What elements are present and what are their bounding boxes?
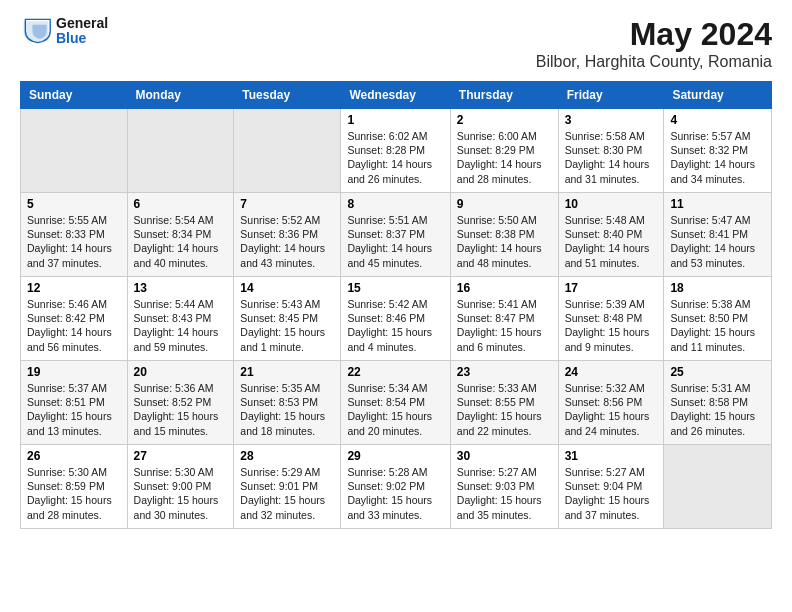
calendar-cell: 9Sunrise: 5:50 AMSunset: 8:38 PMDaylight… [450,193,558,277]
day-info: Sunrise: 5:29 AMSunset: 9:01 PMDaylight:… [240,465,334,522]
day-info: Sunrise: 5:37 AMSunset: 8:51 PMDaylight:… [27,381,121,438]
day-number: 14 [240,281,334,295]
calendar-cell: 30Sunrise: 5:27 AMSunset: 9:03 PMDayligh… [450,445,558,529]
day-info: Sunrise: 5:52 AMSunset: 8:36 PMDaylight:… [240,213,334,270]
day-number: 2 [457,113,552,127]
day-info: Sunrise: 5:46 AMSunset: 8:42 PMDaylight:… [27,297,121,354]
calendar-cell: 21Sunrise: 5:35 AMSunset: 8:53 PMDayligh… [234,361,341,445]
calendar-cell: 17Sunrise: 5:39 AMSunset: 8:48 PMDayligh… [558,277,664,361]
day-info: Sunrise: 6:02 AMSunset: 8:28 PMDaylight:… [347,129,443,186]
calendar-cell: 11Sunrise: 5:47 AMSunset: 8:41 PMDayligh… [664,193,772,277]
day-info: Sunrise: 5:38 AMSunset: 8:50 PMDaylight:… [670,297,765,354]
day-info: Sunrise: 5:33 AMSunset: 8:55 PMDaylight:… [457,381,552,438]
day-info: Sunrise: 5:48 AMSunset: 8:40 PMDaylight:… [565,213,658,270]
day-number: 12 [27,281,121,295]
day-number: 17 [565,281,658,295]
day-info: Sunrise: 6:00 AMSunset: 8:29 PMDaylight:… [457,129,552,186]
day-info: Sunrise: 5:30 AMSunset: 8:59 PMDaylight:… [27,465,121,522]
day-number: 18 [670,281,765,295]
main-title: May 2024 [536,16,772,53]
calendar-cell: 14Sunrise: 5:43 AMSunset: 8:45 PMDayligh… [234,277,341,361]
day-info: Sunrise: 5:27 AMSunset: 9:04 PMDaylight:… [565,465,658,522]
calendar-week-row: 12Sunrise: 5:46 AMSunset: 8:42 PMDayligh… [21,277,772,361]
day-info: Sunrise: 5:54 AMSunset: 8:34 PMDaylight:… [134,213,228,270]
header: General Blue May 2024 Bilbor, Harghita C… [20,16,772,71]
header-day-tuesday: Tuesday [234,82,341,109]
day-info: Sunrise: 5:35 AMSunset: 8:53 PMDaylight:… [240,381,334,438]
calendar-cell: 18Sunrise: 5:38 AMSunset: 8:50 PMDayligh… [664,277,772,361]
title-area: May 2024 Bilbor, Harghita County, Romani… [536,16,772,71]
logo-icon [20,17,52,45]
day-number: 23 [457,365,552,379]
calendar-cell: 15Sunrise: 5:42 AMSunset: 8:46 PMDayligh… [341,277,450,361]
calendar-cell [234,109,341,193]
calendar-cell: 4Sunrise: 5:57 AMSunset: 8:32 PMDaylight… [664,109,772,193]
day-info: Sunrise: 5:51 AMSunset: 8:37 PMDaylight:… [347,213,443,270]
day-number: 20 [134,365,228,379]
day-number: 13 [134,281,228,295]
logo-general-text: General [56,16,108,31]
day-number: 30 [457,449,552,463]
calendar-cell: 2Sunrise: 6:00 AMSunset: 8:29 PMDaylight… [450,109,558,193]
logo: General Blue [20,16,108,47]
calendar-cell: 1Sunrise: 6:02 AMSunset: 8:28 PMDaylight… [341,109,450,193]
day-info: Sunrise: 5:43 AMSunset: 8:45 PMDaylight:… [240,297,334,354]
day-info: Sunrise: 5:31 AMSunset: 8:58 PMDaylight:… [670,381,765,438]
header-day-wednesday: Wednesday [341,82,450,109]
calendar-cell [664,445,772,529]
day-number: 5 [27,197,121,211]
calendar-cell: 7Sunrise: 5:52 AMSunset: 8:36 PMDaylight… [234,193,341,277]
day-number: 31 [565,449,658,463]
calendar-cell: 24Sunrise: 5:32 AMSunset: 8:56 PMDayligh… [558,361,664,445]
header-day-saturday: Saturday [664,82,772,109]
calendar-week-row: 5Sunrise: 5:55 AMSunset: 8:33 PMDaylight… [21,193,772,277]
calendar-cell: 20Sunrise: 5:36 AMSunset: 8:52 PMDayligh… [127,361,234,445]
calendar-cell: 29Sunrise: 5:28 AMSunset: 9:02 PMDayligh… [341,445,450,529]
calendar-week-row: 26Sunrise: 5:30 AMSunset: 8:59 PMDayligh… [21,445,772,529]
day-info: Sunrise: 5:41 AMSunset: 8:47 PMDaylight:… [457,297,552,354]
day-number: 3 [565,113,658,127]
calendar-week-row: 1Sunrise: 6:02 AMSunset: 8:28 PMDaylight… [21,109,772,193]
calendar-cell [21,109,128,193]
day-number: 6 [134,197,228,211]
calendar-cell: 12Sunrise: 5:46 AMSunset: 8:42 PMDayligh… [21,277,128,361]
header-row: SundayMondayTuesdayWednesdayThursdayFrid… [21,82,772,109]
calendar-cell: 25Sunrise: 5:31 AMSunset: 8:58 PMDayligh… [664,361,772,445]
calendar-week-row: 19Sunrise: 5:37 AMSunset: 8:51 PMDayligh… [21,361,772,445]
day-number: 24 [565,365,658,379]
day-number: 8 [347,197,443,211]
day-info: Sunrise: 5:55 AMSunset: 8:33 PMDaylight:… [27,213,121,270]
day-info: Sunrise: 5:44 AMSunset: 8:43 PMDaylight:… [134,297,228,354]
calendar-cell: 13Sunrise: 5:44 AMSunset: 8:43 PMDayligh… [127,277,234,361]
day-number: 9 [457,197,552,211]
calendar-cell: 5Sunrise: 5:55 AMSunset: 8:33 PMDaylight… [21,193,128,277]
header-day-sunday: Sunday [21,82,128,109]
day-number: 11 [670,197,765,211]
calendar-cell: 28Sunrise: 5:29 AMSunset: 9:01 PMDayligh… [234,445,341,529]
day-number: 7 [240,197,334,211]
day-info: Sunrise: 5:58 AMSunset: 8:30 PMDaylight:… [565,129,658,186]
day-info: Sunrise: 5:39 AMSunset: 8:48 PMDaylight:… [565,297,658,354]
header-day-monday: Monday [127,82,234,109]
calendar-cell: 31Sunrise: 5:27 AMSunset: 9:04 PMDayligh… [558,445,664,529]
day-number: 10 [565,197,658,211]
day-info: Sunrise: 5:27 AMSunset: 9:03 PMDaylight:… [457,465,552,522]
calendar-header: SundayMondayTuesdayWednesdayThursdayFrid… [21,82,772,109]
calendar-cell: 22Sunrise: 5:34 AMSunset: 8:54 PMDayligh… [341,361,450,445]
day-info: Sunrise: 5:57 AMSunset: 8:32 PMDaylight:… [670,129,765,186]
calendar-cell: 26Sunrise: 5:30 AMSunset: 8:59 PMDayligh… [21,445,128,529]
calendar-cell: 6Sunrise: 5:54 AMSunset: 8:34 PMDaylight… [127,193,234,277]
day-info: Sunrise: 5:42 AMSunset: 8:46 PMDaylight:… [347,297,443,354]
day-number: 26 [27,449,121,463]
calendar-cell: 23Sunrise: 5:33 AMSunset: 8:55 PMDayligh… [450,361,558,445]
day-info: Sunrise: 5:32 AMSunset: 8:56 PMDaylight:… [565,381,658,438]
day-info: Sunrise: 5:50 AMSunset: 8:38 PMDaylight:… [457,213,552,270]
logo-blue-text: Blue [56,31,108,46]
day-number: 1 [347,113,443,127]
calendar-body: 1Sunrise: 6:02 AMSunset: 8:28 PMDaylight… [21,109,772,529]
day-number: 16 [457,281,552,295]
calendar-cell: 3Sunrise: 5:58 AMSunset: 8:30 PMDaylight… [558,109,664,193]
logo-text: General Blue [56,16,108,47]
day-number: 25 [670,365,765,379]
day-number: 28 [240,449,334,463]
